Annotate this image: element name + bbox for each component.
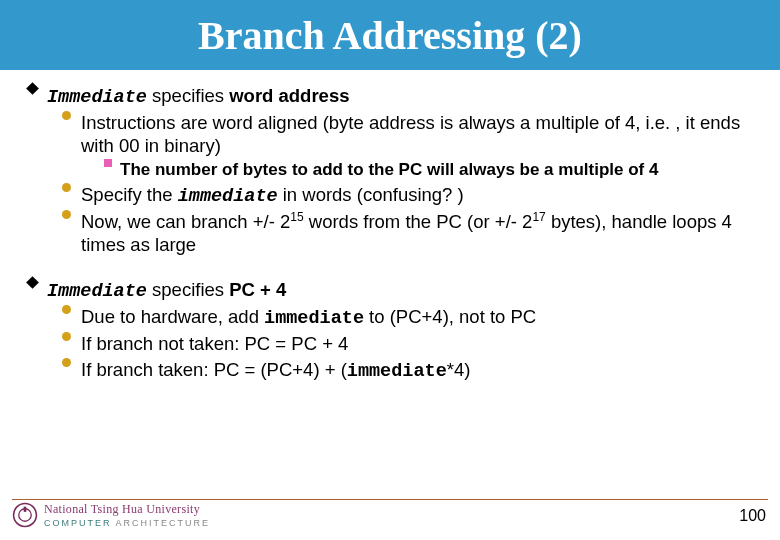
slide-content: Immediate specifies word address Instruc… [0,70,780,383]
footer-row: National Tsing Hua University COMPUTER A… [0,502,780,528]
slide-title: Branch Addressing (2) [198,12,582,59]
bullet-text: If branch taken: PC = (PC+4) + (immediat… [81,358,470,383]
bullet-text: Due to hardware, add immediate to (PC+4)… [81,305,536,330]
bullet-level3: The number of bytes to add to the PC wil… [104,159,752,180]
bullet-text: If branch not taken: PC = PC + 4 [81,332,348,355]
circle-icon [62,305,71,314]
bullet-level1: Immediate specifies word address [28,84,752,109]
bullet-level2: Due to hardware, add immediate to (PC+4)… [62,305,752,330]
superscript: 17 [532,210,545,224]
diamond-icon [26,82,39,95]
bullet-level2: Now, we can branch +/- 215 words from th… [62,210,752,256]
bullet-level1: Immediate specifies PC + 4 [28,278,752,303]
bullet-text: Immediate specifies word address [47,84,349,109]
title-bar: Branch Addressing (2) [0,0,780,70]
bullet-level2: Specify the immediate in words (confusin… [62,183,752,208]
superscript: 15 [290,210,303,224]
bullet-text: Instructions are word aligned (byte addr… [81,111,752,157]
bullet-text: Immediate specifies PC + 4 [47,278,286,303]
university-logo-icon [12,502,38,528]
slide-number: 100 [739,507,766,525]
bullet-text: Specify the immediate in words (confusin… [81,183,464,208]
footer-divider [12,499,768,500]
circle-icon [62,332,71,341]
svg-rect-2 [24,507,27,512]
diamond-icon [26,276,39,289]
immediate-keyword: immediate [264,308,364,329]
immediate-keyword: immediate [347,361,447,382]
circle-icon [62,358,71,367]
circle-icon [62,111,71,120]
lab-name: COMPUTER ARCHITECTURE [44,518,210,528]
bullet-text: The number of bytes to add to the PC wil… [120,159,658,180]
university-name: National Tsing Hua University [44,502,210,517]
immediate-keyword: Immediate [47,87,147,108]
square-icon [104,159,112,167]
bullet-text: Now, we can branch +/- 215 words from th… [81,210,752,256]
bullet-level2: If branch taken: PC = (PC+4) + (immediat… [62,358,752,383]
circle-icon [62,183,71,192]
circle-icon [62,210,71,219]
immediate-keyword: immediate [178,186,278,207]
bullet-level2: Instructions are word aligned (byte addr… [62,111,752,157]
footer: National Tsing Hua University COMPUTER A… [0,499,780,528]
bullet-level2: If branch not taken: PC = PC + 4 [62,332,752,355]
immediate-keyword: Immediate [47,281,147,302]
footer-text-block: National Tsing Hua University COMPUTER A… [44,502,210,528]
